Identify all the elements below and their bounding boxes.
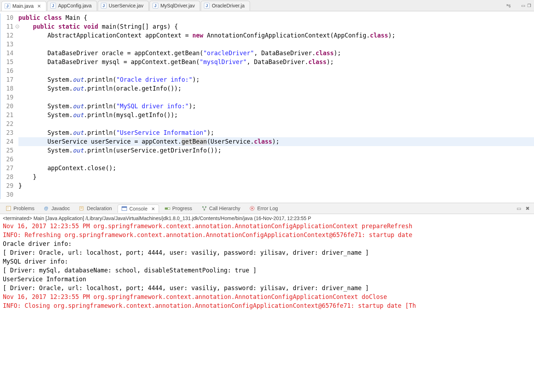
minimize-icon[interactable]: ▭ — [521, 3, 525, 8]
svg-rect-4 — [80, 207, 83, 208]
call-hierarchy-icon — [201, 206, 207, 211]
svg-rect-9 — [165, 208, 168, 209]
code-line[interactable]: UserService userService = appContext.get… — [18, 137, 534, 146]
tab-label: Console — [129, 206, 147, 212]
code-line[interactable]: } — [18, 181, 534, 190]
tab-label: Main.java — [12, 3, 34, 9]
tab-mysqldriver-java[interactable]: J MySqlDriver.jav — [149, 1, 200, 11]
code-line[interactable]: System.out.println(oracle.getInfo()); — [18, 84, 534, 93]
java-file-icon: J — [5, 3, 10, 9]
code-line[interactable]: AbstractApplicationContext appContext = … — [18, 31, 534, 40]
code-editor[interactable]: 1011-12131415161718192021222324252627282… — [0, 11, 534, 203]
line-number: 20 — [0, 102, 13, 111]
console-line: INFO: Closing org.springframework.contex… — [3, 301, 531, 310]
tab-label: OracleDriver.ja — [212, 3, 245, 8]
line-number: 23 — [0, 128, 13, 137]
code-line[interactable]: System.out.println(userService.getDriver… — [18, 146, 534, 155]
tab-progress[interactable]: Progress — [161, 204, 196, 212]
code-line[interactable]: System.out.println("UserService Informat… — [18, 128, 534, 137]
line-number: 12 — [0, 31, 13, 40]
line-number-gutter: 1011-12131415161718192021222324252627282… — [0, 13, 18, 199]
tab-console[interactable]: Console ✕ — [118, 204, 159, 213]
tab-javadoc[interactable]: @ Javadoc — [40, 204, 73, 212]
svg-text:!: ! — [7, 206, 8, 211]
tab-label: Progress — [172, 206, 192, 211]
line-number: 11- — [0, 22, 13, 31]
console-line: INFO: Refreshing org.springframework.con… — [3, 231, 531, 240]
code-line[interactable]: public static void main(String[] args) { — [18, 22, 534, 31]
close-icon[interactable]: ✕ — [151, 206, 155, 212]
tab-label: Error Log — [257, 206, 278, 211]
java-file-icon: J — [101, 3, 107, 8]
code-line[interactable] — [18, 67, 534, 75]
close-view-icon[interactable]: ✖ — [526, 206, 530, 211]
editor-tab-bar: J Main.java ✕ J AppConfig.java J UserSer… — [0, 0, 534, 11]
line-number: 24 — [0, 137, 13, 146]
code-line[interactable]: appContext.close(); — [18, 164, 534, 173]
code-line[interactable] — [18, 190, 534, 199]
console-icon — [121, 206, 127, 212]
java-file-icon: J — [204, 3, 210, 8]
java-file-icon: J — [153, 3, 158, 8]
code-area[interactable]: public class Main { public static void m… — [18, 13, 534, 199]
line-number: 14 — [0, 49, 13, 58]
tab-call-hierarchy[interactable]: Call Hierarchy — [198, 204, 244, 212]
console-line: Nov 16, 2017 12:23:55 PM org.springframe… — [3, 222, 531, 231]
tab-label: Call Hierarchy — [209, 206, 240, 211]
line-number: 19 — [0, 93, 13, 102]
line-number: 29 — [0, 181, 13, 190]
code-line[interactable]: System.out.println("Oracle driver info:"… — [18, 75, 534, 84]
console-line: [ Driver: Oracle, url: localhost, port; … — [3, 248, 531, 257]
console-line: Nov 16, 2017 12:23:55 PM org.springframe… — [3, 293, 531, 301]
tab-oracledriver-java[interactable]: J OracleDriver.ja — [201, 1, 250, 11]
console-launch-info: <terminated> Main [Java Application] /Li… — [0, 214, 534, 222]
fold-toggle-icon[interactable]: - — [16, 25, 19, 28]
line-number: 28 — [0, 173, 13, 181]
code-line[interactable]: DataBaseDriver oracle = appContext.getBe… — [18, 49, 534, 58]
tab-problems[interactable]: ! Problems — [2, 204, 38, 212]
tab-label: Declaration — [87, 206, 112, 211]
line-number: 10 — [0, 13, 13, 22]
console-line: [ Driver: mySql, databaseName: school, d… — [3, 266, 531, 275]
javadoc-icon: @ — [44, 206, 49, 211]
svg-text:@: @ — [44, 206, 48, 211]
tab-label: Javadoc — [51, 206, 70, 211]
code-line[interactable]: DataBaseDriver mysql = appContext.getBea… — [18, 58, 534, 67]
problems-icon: ! — [6, 206, 11, 211]
tab-declaration[interactable]: Declaration — [75, 204, 115, 212]
line-number: 21 — [0, 111, 13, 120]
pin-console-icon[interactable]: ▭ — [517, 206, 521, 211]
line-number: 13 — [0, 40, 13, 49]
maximize-icon[interactable]: ❐ — [527, 3, 531, 8]
tab-userservice-java[interactable]: J UserService.jav — [98, 1, 149, 11]
code-line[interactable]: public class Main { — [18, 13, 534, 22]
svg-rect-7 — [122, 207, 127, 208]
console-line: UserService Information — [3, 275, 531, 284]
tab-main-java[interactable]: J Main.java ✕ — [1, 1, 46, 11]
code-line[interactable]: System.out.println(mysql.getInfo()); — [18, 111, 534, 120]
bottom-tab-bar: ! Problems @ Javadoc Declaration Console… — [0, 203, 534, 214]
java-file-icon: J — [50, 3, 56, 8]
tab-error-log[interactable]: Error Log — [246, 204, 281, 212]
tab-label: UserService.jav — [109, 3, 143, 8]
line-number: 22 — [0, 120, 13, 128]
progress-icon — [165, 206, 170, 211]
code-line[interactable] — [18, 120, 534, 128]
line-number: 18 — [0, 84, 13, 93]
code-line[interactable] — [18, 93, 534, 102]
console-line: MySQL driver info: — [3, 257, 531, 266]
tab-appconfig-java[interactable]: J AppConfig.java — [47, 1, 97, 11]
code-line[interactable] — [18, 155, 534, 164]
line-number: 26 — [0, 155, 13, 164]
line-number: 25 — [0, 146, 13, 155]
tab-label: MySqlDriver.jav — [160, 3, 195, 8]
console-output[interactable]: Nov 16, 2017 12:23:55 PM org.springframe… — [0, 222, 534, 313]
tab-label: Problems — [13, 206, 34, 211]
code-line[interactable]: System.out.println("MySQL driver info:")… — [18, 102, 534, 111]
tab-overflow-button[interactable]: »6 — [506, 2, 511, 8]
close-icon[interactable]: ✕ — [37, 4, 41, 9]
code-line[interactable]: } — [18, 173, 534, 181]
svg-rect-5 — [80, 208, 83, 209]
code-line[interactable] — [18, 40, 534, 49]
console-line: [ Driver: Oracle, url: localhost, port; … — [3, 284, 531, 293]
